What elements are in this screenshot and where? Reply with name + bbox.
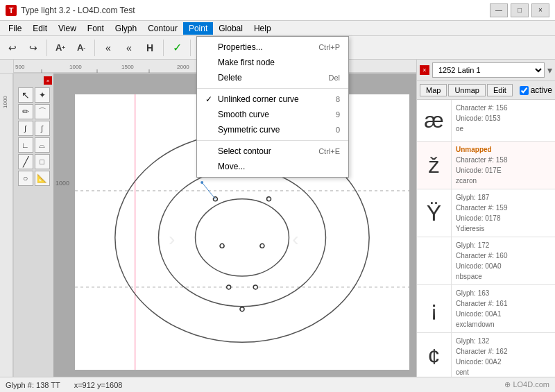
arc-tool[interactable]: ∫: [18, 121, 33, 136]
toolbox-close[interactable]: ×: [44, 76, 52, 85]
edit-btn[interactable]: Edit: [487, 84, 513, 96]
svg-text:500: 500: [15, 64, 25, 70]
active-checkbox[interactable]: [520, 86, 529, 95]
smooth-tool[interactable]: ⌓: [35, 137, 50, 153]
svg-text:1000: 1000: [69, 64, 82, 70]
smooth-curve-label: Smooth curve: [218, 110, 269, 119]
zoom-in-btn[interactable]: A+: [51, 38, 70, 58]
menu-global[interactable]: Global: [213, 22, 248, 35]
glyph-item[interactable]: Glyph: 172Character #: 160Unicode: 00A0n…: [417, 237, 555, 285]
svg-point-27: [227, 285, 231, 289]
curve-tool[interactable]: ⌒: [35, 104, 50, 119]
redo-btn[interactable]: ↪: [24, 38, 43, 58]
menu-delete[interactable]: Delete Del: [197, 70, 348, 85]
panel-close-btn[interactable]: ×: [420, 65, 429, 75]
point-dropdown-menu: Properties... Ctrl+P Make first node Del…: [196, 36, 349, 178]
rect-tool[interactable]: □: [35, 154, 50, 169]
menu-point[interactable]: Point: [183, 22, 213, 35]
menu-properties[interactable]: Properties... Ctrl+P: [197, 40, 348, 55]
glyph-char: æ: [417, 100, 452, 141]
charset-dropdown[interactable]: 1252 Latin 1 1250 Central European 1251 …: [432, 62, 545, 78]
prev-btn[interactable]: «: [99, 38, 118, 58]
tool-row-4: ∟ ⌓: [18, 137, 50, 153]
delete-label: Delete: [218, 73, 242, 83]
menu-font[interactable]: Font: [82, 22, 110, 35]
menu-unlinked-corner[interactable]: ✓ Unlinked corner curve 8: [197, 92, 348, 107]
unicode-val: Unicode: 017E: [456, 165, 508, 176]
glyph-info: Glyph #: 138 TT: [6, 381, 60, 389]
glyph-item[interactable]: ¡ Glyph: 163Character #: 161Unicode: 00A…: [417, 285, 555, 333]
panel-buttons: Map Unmap Edit active: [417, 81, 555, 100]
tool-row-3: ∫ ∫: [18, 121, 50, 136]
svg-point-20: [159, 169, 326, 307]
svg-text:›: ›: [169, 228, 175, 250]
menu-glyph[interactable]: Glyph: [110, 22, 142, 35]
symmetric-curve-label: Symmetric curve: [218, 125, 280, 135]
toolbar-sep-3: [163, 40, 164, 56]
line-tool[interactable]: ╱: [18, 154, 33, 169]
menu-symmetric-curve[interactable]: Symmetric curve 0: [197, 122, 348, 137]
glyph-item[interactable]: ž UnmappedCharacter #: 158Unicode: 017Ez…: [417, 142, 555, 189]
pen-tool[interactable]: ✏: [18, 104, 33, 119]
undo-btn[interactable]: ↩: [3, 38, 22, 58]
menu-help[interactable]: Help: [248, 22, 277, 35]
menu-contour[interactable]: Contour: [142, 22, 183, 35]
ellipse-tool[interactable]: ○: [18, 171, 33, 186]
dropdown-arrow[interactable]: ▾: [547, 65, 552, 76]
window-controls[interactable]: — □ ×: [490, 3, 549, 17]
glyph-info-panel: Glyph: 187Character #: 159Unicode: 0178Y…: [452, 189, 512, 237]
char-num: Character #: 158: [456, 155, 508, 165]
glyph-item[interactable]: æ Character #: 156Unicode: 0153oe: [417, 100, 555, 142]
unicode-val: Unicode: 0178: [456, 213, 508, 223]
menu-make-first-node[interactable]: Make first node: [197, 55, 348, 70]
svg-text:‹: ‹: [292, 228, 298, 250]
svg-point-21: [196, 199, 289, 276]
check-unlinked: ✓: [205, 94, 215, 104]
tool-row-6: ○ 📐: [18, 171, 50, 186]
glyph-item[interactable]: ¢ Glyph: 132Character #: 162Unicode: 00A…: [417, 333, 555, 377]
zoom-out-btn[interactable]: A-: [71, 38, 91, 58]
menu-select-contour[interactable]: Select contour Ctrl+E: [197, 144, 348, 159]
toolbar-sep-4: [190, 40, 191, 56]
toolbox-panel: × ↖ ✦ ✏ ⌒ ∫ ∫ ∟ ⌓ ╱: [14, 74, 54, 377]
glyph-name: cent: [456, 367, 508, 377]
menu-file[interactable]: File: [3, 22, 27, 35]
corner-tool[interactable]: ∟: [18, 137, 33, 153]
measure-tool[interactable]: 📐: [35, 171, 50, 186]
map-btn[interactable]: Map: [420, 84, 447, 96]
next-btn[interactable]: «: [119, 38, 139, 58]
svg-text:1500: 1500: [121, 64, 134, 70]
close-btn[interactable]: ×: [531, 3, 549, 17]
title-bar: T Type light 3.2 - LO4D.com Test — □ ×: [0, 0, 555, 21]
glyph-info-panel: Character #: 156Unicode: 0153oe: [452, 100, 512, 141]
toolbar-sep-2: [94, 40, 95, 56]
glyph-item[interactable]: Ÿ Glyph: 187Character #: 159Unicode: 017…: [417, 189, 555, 237]
make-first-node-label: Make first node: [218, 58, 275, 67]
unmapped-label: Unmapped: [456, 144, 508, 155]
glyph-num: Glyph: 172: [456, 240, 508, 250]
menu-move[interactable]: Move...: [197, 159, 348, 174]
properties-label: Properties...: [218, 42, 263, 52]
glyph-char: ¡: [417, 285, 452, 332]
select-tool[interactable]: ↖: [18, 87, 33, 103]
coords: x=912 y=1608: [74, 381, 123, 389]
svg-point-23: [267, 197, 271, 201]
spline-tool[interactable]: ∫: [35, 121, 50, 136]
check-btn[interactable]: ✓: [167, 38, 187, 58]
menu-view[interactable]: View: [53, 22, 82, 35]
menu-bar: File Edit View Font Glyph Contour Point …: [0, 21, 555, 36]
unmap-btn[interactable]: Unmap: [448, 84, 485, 96]
glyph-num: Glyph: 187: [456, 192, 508, 203]
maximize-btn[interactable]: □: [511, 3, 529, 17]
select-contour-label: Select contour: [218, 146, 271, 156]
svg-point-25: [220, 244, 224, 248]
menu-smooth-curve[interactable]: Smooth curve 9: [197, 107, 348, 122]
h-btn[interactable]: H: [140, 38, 160, 58]
menu-edit[interactable]: Edit: [27, 22, 53, 35]
glyph-list[interactable]: æ Character #: 156Unicode: 0153oe ž Unma…: [417, 100, 555, 377]
tool-row-5: ╱ □: [18, 154, 50, 169]
node-tool[interactable]: ✦: [35, 87, 50, 103]
minimize-btn[interactable]: —: [490, 3, 508, 17]
glyph-char: [417, 237, 452, 284]
glyph-char: ¢: [417, 333, 452, 377]
